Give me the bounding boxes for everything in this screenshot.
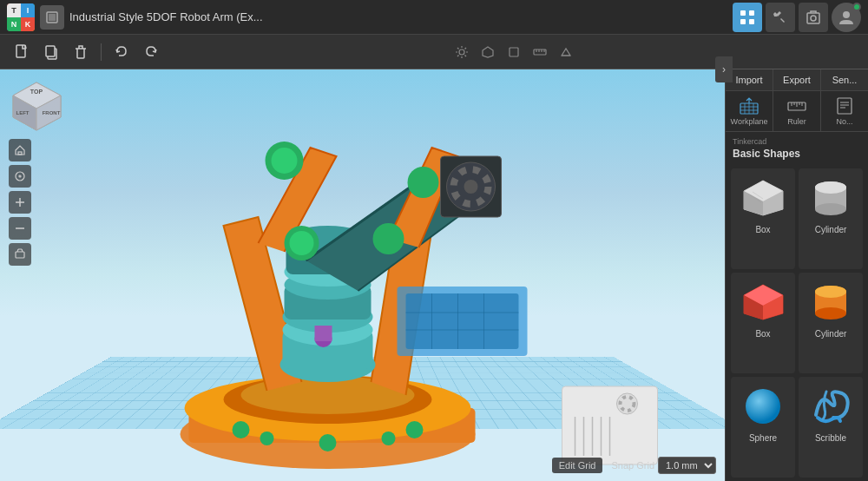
svg-point-74 xyxy=(382,432,396,445)
zoom-in-button[interactable] xyxy=(9,191,31,214)
snap-value-select[interactable]: 1.0 mm 0.5 mm 2.0 mm xyxy=(658,457,716,474)
svg-rect-3 xyxy=(749,10,754,16)
tools-icon[interactable] xyxy=(766,3,795,32)
workplane-label: Workplane xyxy=(731,117,768,126)
svg-rect-101 xyxy=(838,98,852,114)
box-outline-icon[interactable] xyxy=(502,40,526,64)
svg-point-48 xyxy=(408,167,439,198)
snap-label: Snap Grid xyxy=(611,460,654,471)
shape-box-gray[interactable]: Box xyxy=(731,168,795,269)
shape-box-gray-label: Box xyxy=(755,225,770,234)
shape-cylinder-gray-label: Cylinder xyxy=(815,225,847,234)
svg-rect-1 xyxy=(49,14,56,21)
svg-point-12 xyxy=(459,49,464,55)
svg-rect-5 xyxy=(749,19,754,24)
cylinder-orange-visual xyxy=(805,278,857,326)
apps-icon[interactable] xyxy=(733,3,762,32)
svg-rect-22 xyxy=(510,48,518,56)
svg-point-72 xyxy=(319,434,337,451)
cylinder-gray-visual xyxy=(805,174,857,221)
svg-text:FRONT: FRONT xyxy=(43,110,61,115)
workplane-tool[interactable]: Workplane xyxy=(726,91,773,131)
document-title: Industrial Style 5DOF Robot Arm (Ex... xyxy=(69,10,733,23)
header: T I N K Industrial Style 5DOF Robot Arm … xyxy=(0,0,868,35)
svg-rect-11 xyxy=(46,46,55,56)
shape-cylinder-gray[interactable]: Cylinder xyxy=(799,168,863,269)
zoom-out-button[interactable] xyxy=(9,217,31,240)
perspective-icon[interactable] xyxy=(554,40,578,64)
ruler-tool[interactable]: Ruler xyxy=(773,91,821,131)
app-home-icon[interactable] xyxy=(40,5,64,30)
view-cube[interactable]: TOP LEFT FRONT xyxy=(9,78,61,130)
logo-k: K xyxy=(21,17,35,31)
tinkercad-logo[interactable]: T I N K xyxy=(7,3,35,31)
svg-rect-69 xyxy=(315,326,332,341)
svg-point-45 xyxy=(373,223,404,254)
svg-marker-21 xyxy=(483,47,493,57)
notes-tool[interactable]: No... xyxy=(821,91,868,131)
ruler-view-icon[interactable] xyxy=(528,40,552,64)
svg-rect-6 xyxy=(807,13,819,23)
robot-arm-model xyxy=(0,69,725,481)
box-red-visual xyxy=(737,278,789,326)
undo-button[interactable] xyxy=(108,39,135,65)
copy-button[interactable] xyxy=(38,39,64,65)
redo-button[interactable] xyxy=(138,39,164,65)
svg-text:TOP: TOP xyxy=(30,89,43,95)
svg-point-121 xyxy=(815,307,846,320)
viewport-bottom: Edit Grid Snap Grid 1.0 mm 0.5 mm 2.0 mm xyxy=(552,457,716,474)
export-button[interactable]: Export xyxy=(773,69,821,90)
gallery-icon[interactable] xyxy=(799,3,828,32)
light-icon[interactable] xyxy=(450,40,474,64)
category-name: Basic Shapes xyxy=(726,148,868,165)
svg-text:LEFT: LEFT xyxy=(16,110,30,115)
home-view-button[interactable] xyxy=(9,139,31,161)
svg-line-18 xyxy=(464,55,466,56)
3d-viewport[interactable]: TOP LEFT FRONT xyxy=(0,69,725,481)
shape-sphere-blue[interactable]: Sphere xyxy=(731,377,795,478)
user-avatar[interactable] xyxy=(832,3,861,32)
shape-scribble[interactable]: Scribble xyxy=(799,377,863,478)
snap-grid-control: Snap Grid 1.0 mm 0.5 mm 2.0 mm xyxy=(611,457,716,474)
edit-grid-button[interactable]: Edit Grid xyxy=(552,458,603,473)
panel-actions: Import Export Sen... xyxy=(726,69,868,91)
svg-rect-88 xyxy=(16,252,24,258)
header-actions xyxy=(733,3,861,32)
svg-rect-82 xyxy=(18,152,22,155)
perspective-toggle-button[interactable] xyxy=(9,243,31,266)
shape-box-red[interactable]: Box xyxy=(731,273,795,373)
svg-rect-4 xyxy=(740,19,746,24)
delete-button[interactable] xyxy=(68,39,94,65)
user-status-dot xyxy=(852,3,861,11)
svg-point-122 xyxy=(815,286,846,298)
svg-point-70 xyxy=(233,421,250,438)
svg-line-17 xyxy=(457,48,459,49)
notes-label: No... xyxy=(836,117,852,126)
logo-i: I xyxy=(21,3,35,17)
svg-point-71 xyxy=(406,421,424,438)
svg-line-19 xyxy=(464,48,466,49)
svg-point-8 xyxy=(843,11,850,18)
svg-rect-2 xyxy=(740,10,746,16)
scribble-visual xyxy=(805,382,857,430)
shape-sphere-label: Sphere xyxy=(749,433,777,443)
import-button[interactable]: Import xyxy=(726,69,773,90)
shape-scribble-label: Scribble xyxy=(815,433,846,443)
svg-point-114 xyxy=(815,181,846,194)
shape-cylinder-orange-label: Cylinder xyxy=(815,329,847,339)
shape-cylinder-orange[interactable]: Cylinder xyxy=(799,273,863,373)
logo-t: T xyxy=(7,3,21,17)
new-doc-button[interactable] xyxy=(9,39,35,65)
main-area: TOP LEFT FRONT xyxy=(0,69,868,481)
svg-point-73 xyxy=(260,432,274,445)
svg-point-113 xyxy=(815,203,846,215)
send-button[interactable]: Sen... xyxy=(821,69,868,90)
ruler-label: Ruler xyxy=(787,117,806,126)
svg-point-7 xyxy=(811,16,816,21)
shape-outline-icon[interactable] xyxy=(476,40,500,64)
panel-collapse-button[interactable]: › xyxy=(715,56,733,82)
svg-point-123 xyxy=(746,389,780,424)
svg-rect-54 xyxy=(406,293,519,349)
fit-view-button[interactable] xyxy=(9,165,31,188)
category-label: Tinkercad xyxy=(726,132,868,148)
